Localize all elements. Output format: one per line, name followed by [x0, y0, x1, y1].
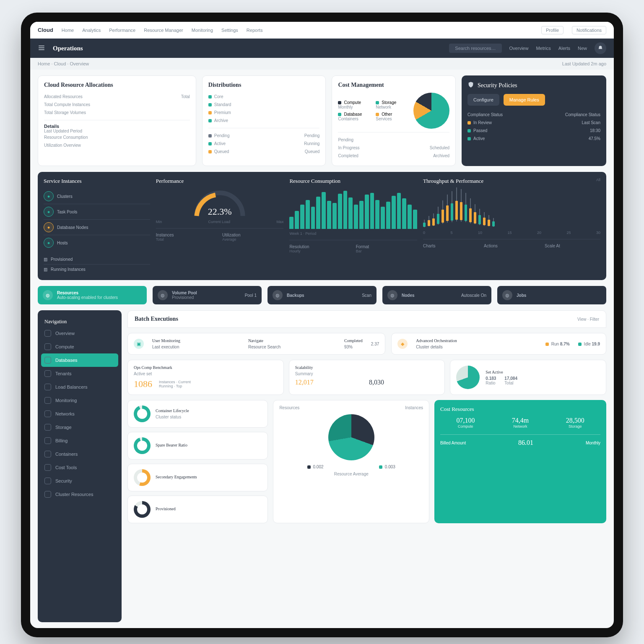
footer-cell: ResolutionHourly	[289, 244, 351, 253]
policy-row: Passed18:30	[467, 127, 600, 135]
header-tab-overview[interactable]: Overview	[509, 46, 529, 51]
sidebar-item[interactable]: Overview	[38, 327, 122, 340]
card-scalability: Scalability Summary 12,017 8,030	[289, 360, 445, 395]
list-item: Archive	[208, 117, 320, 125]
nav-icon	[44, 330, 51, 337]
list-item: Premium	[208, 109, 320, 117]
instance-item[interactable]: ●Task Pools	[44, 204, 150, 220]
batches-filter[interactable]: Filter	[590, 317, 599, 322]
profile-pill[interactable]: Profile	[541, 26, 564, 34]
nav-monitoring[interactable]: Monitoring	[192, 28, 213, 33]
dark-panel: Service Instances ●Clusters●Task Pools●D…	[38, 172, 606, 280]
dp-consumption: Resource Consumption Week 1 · Period Res…	[289, 178, 417, 274]
breadcrumb-left: Home · Cloud · Overview	[38, 61, 89, 66]
nav-icon	[44, 478, 51, 484]
legend-item: DatabaseContainers	[338, 112, 370, 121]
header-badge: New	[578, 46, 587, 51]
configure-button[interactable]: Configure	[467, 94, 499, 106]
instance-item[interactable]: ●Clusters	[44, 189, 150, 204]
nav-settings[interactable]: Settings	[221, 28, 238, 33]
file-icon: ▥	[44, 257, 47, 262]
list-item: ActiveRunning	[208, 140, 320, 148]
batches-view[interactable]: View	[577, 317, 587, 322]
dp-performance: Performance 22.3% MinCurrent LoadMax Ins…	[156, 178, 284, 274]
batches-title: Batch Executions	[135, 316, 178, 322]
policy-row: Active47.5%	[467, 135, 600, 143]
nav-home[interactable]: Home	[62, 28, 74, 33]
sidebar-item[interactable]: Monitoring	[38, 394, 122, 407]
strip-chip[interactable]: ◍NodesAutoscale On	[382, 286, 491, 304]
sidebar-item[interactable]: Compute	[38, 340, 122, 353]
nav-resource[interactable]: Resource Manager	[144, 28, 183, 33]
instance-item[interactable]: ●Database Nodes	[44, 220, 150, 235]
header-bar: Operations Search resources… Overview Me…	[30, 39, 614, 58]
sidebar-item[interactable]: Load Balancers	[38, 380, 122, 394]
chip-icon: ◍	[43, 290, 53, 300]
nav-icon	[44, 410, 51, 417]
sidebar-item[interactable]: Networks	[38, 407, 122, 421]
card-distributions-title: Distributions	[208, 82, 320, 88]
header-tab-alerts[interactable]: Alerts	[558, 46, 570, 51]
nav-analytics[interactable]: Analytics	[82, 28, 101, 33]
chip-icon: ◍	[273, 290, 283, 300]
card-benchmark: Ops Comp Benchmark Active set 1086 Insta…	[127, 360, 284, 395]
dp-instances: Service Instances ●Clusters●Task Pools●D…	[44, 178, 150, 274]
legend-item: ComputeMonthly	[338, 100, 370, 109]
sidebar-item[interactable]: Cost Tools	[38, 461, 122, 474]
strip-chip[interactable]: ◍ResourcesAuto-scaling enabled for clust…	[38, 286, 147, 304]
sidebar-item[interactable]: Cluster Resources	[38, 488, 122, 501]
legend-item: OtherServices	[376, 112, 408, 121]
header-tab-metrics[interactable]: Metrics	[536, 46, 551, 51]
sidebar-item[interactable]: Storage	[38, 421, 122, 434]
nav-icon	[44, 464, 51, 471]
instance-footer: ▥Provisioned	[44, 254, 150, 265]
nav-performance[interactable]: Performance	[109, 28, 135, 33]
menu-icon[interactable]	[38, 44, 45, 53]
list-item: Pending	[338, 136, 449, 144]
sidebar-item[interactable]: Containers	[38, 447, 122, 461]
strip-chip[interactable]: ◍Jobs	[497, 286, 606, 304]
notif-pill[interactable]: Notifications	[572, 26, 606, 34]
sidebar-item[interactable]: Databases	[41, 353, 118, 367]
legend-item: StorageNetwork	[376, 100, 408, 109]
batch-row-orchestration[interactable]: ◆ Advanced Orchestration Cluster details…	[391, 333, 606, 355]
app-logo: Cloud	[38, 27, 53, 33]
strip-chip[interactable]: ◍Volume PoolProvisionedPool 1	[153, 286, 262, 304]
policy-row: Compliance StatusCompliance Status	[467, 111, 600, 119]
nav-icon	[44, 370, 51, 377]
card-active-set: Set Active 0.183Ratio 17,084Total	[450, 360, 606, 395]
monitor-icon: ▣	[134, 339, 144, 349]
search-input[interactable]: Search resources…	[449, 44, 501, 53]
nav-icon	[44, 357, 51, 364]
footer-cell: InstancesTotal	[156, 233, 217, 242]
dp-throughput: Throughput & PerformanceAll 051015202530…	[423, 178, 600, 274]
consumption-chart	[289, 189, 417, 229]
nav-icon	[44, 437, 51, 444]
card-engagements: Secondary Engagements	[127, 464, 268, 491]
nav-reports[interactable]: Reports	[247, 28, 263, 33]
bell-icon[interactable]	[595, 42, 606, 54]
file-icon: ▥	[44, 267, 47, 272]
footer-cell: UtilizationAverage	[222, 233, 283, 242]
nav-icon	[44, 384, 51, 390]
sidebar-item[interactable]: Tenants	[38, 367, 122, 380]
breadcrumb-right: Last Updated 2m ago	[562, 61, 606, 66]
instance-footer: ▥Running Instances	[44, 265, 150, 274]
strip-chip[interactable]: ◍BackupsScan	[267, 286, 377, 304]
sidebar-item[interactable]: Security	[38, 474, 122, 488]
policy-row: In ReviewLast Scan	[467, 119, 600, 127]
chip-icon: ◍	[387, 290, 397, 300]
manage-rules-button[interactable]: Manage Rules	[504, 94, 545, 106]
card-distributions: Distributions CoreStandardPremiumArchive…	[202, 75, 326, 166]
list-item: QueuedQueued	[208, 148, 320, 156]
cost-pie	[413, 93, 449, 129]
chip-icon: ◍	[158, 290, 168, 300]
list-item: Core	[208, 93, 320, 101]
list-item: In ProgressScheduled	[338, 144, 449, 152]
card-allocations-title: Cloud Resource Allocations	[44, 82, 190, 88]
list-item: CompletedArchived	[338, 152, 449, 160]
browser-bar: Cloud Home Analytics Performance Resourc…	[30, 22, 614, 39]
instance-item[interactable]: ●Hosts	[44, 235, 150, 250]
sidebar-item[interactable]: Billing	[38, 434, 122, 447]
batch-row-monitoring[interactable]: ▣ User Monitoring Last execution Navigat…	[127, 333, 385, 355]
